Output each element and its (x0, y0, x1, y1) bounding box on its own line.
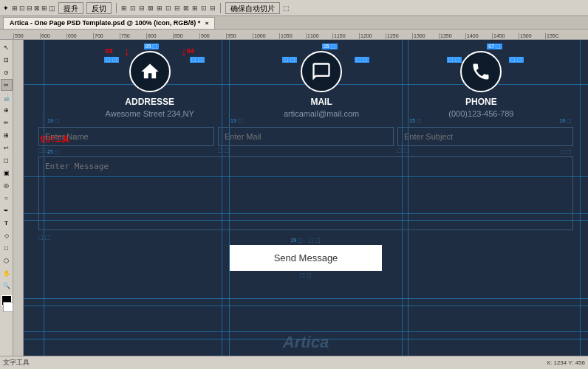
address-label: ADDRESSE (125, 97, 174, 107)
active-tab[interactable]: Artica - One Page PSD Template.psd @ 100… (3, 17, 215, 29)
bottom-tool-label: 文字工具 (3, 358, 30, 368)
main-layout: ↖ ⊡ ⊙ ✂ 🔬 ⊕ ✏ ⊞ ↩ ◻ ▣ ◎ ○ ✒ T ◇ □ ⬡ ✋ 🔍 … (0, 40, 588, 356)
badge-send-1: 29 ⬚ (290, 238, 305, 244)
ruler-mark: 550 (13, 33, 40, 39)
guide-num-16: 16 ⬚ (559, 118, 572, 124)
message-input[interactable] (38, 156, 573, 230)
send-message-btn[interactable]: Send Message (230, 245, 383, 271)
ruler-left (13, 40, 24, 356)
ruler-mark: 700 (93, 33, 120, 39)
ruler-mark: 800 (146, 33, 173, 39)
tool-select[interactable]: ⊡ (1, 54, 13, 66)
send-section: 29 ⬚ ⬚ ⬚ Send Message ⬚ ⬚ (38, 245, 573, 271)
tool-crop[interactable]: ✂ (1, 79, 13, 91)
tool-path[interactable]: ◇ (1, 230, 13, 241)
mail-card: 05 ⬚ ⬚ ⬚ ⬚ ⬚ MAIL articamail@mail.com (284, 51, 359, 118)
tool-3d[interactable]: ⬡ (1, 255, 13, 266)
form-row-inputs: ⬚ ⬚ ⬚ ⬚ ⬚ ⬚ (38, 127, 573, 146)
mail-icon-circle (301, 51, 342, 92)
tool-eraser[interactable]: ◻ (1, 154, 13, 166)
guide-num-13: 13 ⬚ (230, 118, 243, 124)
ruler-mark: 1150 (332, 33, 359, 39)
badge-mail-bottom: ⬚ ⬚ (218, 148, 230, 154)
badge-top-phone: 07 ⬚ (487, 44, 502, 49)
mail-input[interactable] (218, 127, 394, 146)
ruler-mark: 850 (173, 33, 199, 39)
phone-icon (471, 61, 491, 82)
subject-input[interactable] (397, 127, 573, 146)
address-value: Awesome Street 234,NY (106, 109, 194, 118)
mail-field: ⬚ ⬚ (218, 127, 394, 146)
ruler-mark: 1450 (492, 33, 519, 39)
tool-heal[interactable]: ⊕ (1, 104, 13, 116)
ruler-mark: 1350 (439, 33, 465, 39)
guide-h-7 (24, 331, 588, 332)
tool-text[interactable]: T (1, 217, 13, 229)
address-icon-circle (129, 51, 171, 92)
phone-label: PHONE (465, 97, 497, 107)
name-field: ⬚ ⬚ (38, 127, 214, 146)
toolbar-btn-1[interactable]: 提升 (58, 2, 83, 14)
tool-stamp[interactable]: ⊞ (1, 129, 13, 141)
tool-shape[interactable]: □ (1, 242, 13, 254)
ruler-mark: 1500 (519, 33, 545, 39)
ruler-mark: 1200 (359, 33, 386, 39)
badge-top-addr: 05 ⬚ (144, 44, 160, 49)
tool-pen[interactable]: ✒ (1, 204, 13, 216)
tool-hand[interactable]: ✋ (1, 267, 13, 279)
send-btn-wrapper: Send Message (230, 245, 383, 271)
ruler-mark: 1300 (412, 33, 439, 39)
tool-gradient[interactable]: ▣ (1, 167, 13, 179)
form-section: 19 ⬚ 13 ⬚ 15 ⬚ 16 ⬚ ⬚ ⬚ ⬚ ⬚ (38, 125, 573, 271)
badge-subject-bottom: ⬚ ⬚ (397, 148, 409, 154)
badge-right-addr: ⬚ ⬚ (190, 57, 205, 63)
tab-close-btn[interactable]: × (205, 20, 209, 27)
canvas-area: 切片工具 ↓ ↓ (13, 40, 588, 356)
ruler-top: 550 600 650 700 750 800 850 900 950 1000… (0, 30, 588, 40)
mail-label: MAIL (310, 97, 332, 107)
address-card: ↓ ↓ 03 04 05 ⬚ ⬚ ⬚ ⬚ ⬚ ADDRESSE (106, 51, 194, 118)
left-toolbar: ↖ ⊡ ⊙ ✂ 🔬 ⊕ ✏ ⊞ ↩ ◻ ▣ ◎ ○ ✒ T ◇ □ ⬡ ✋ 🔍 (0, 40, 13, 356)
guide-h-6 (24, 306, 588, 306)
tool-blur[interactable]: ◎ (1, 179, 13, 191)
chat-icon (311, 61, 332, 82)
color-bg[interactable] (3, 302, 13, 312)
tool-zoom[interactable]: 🔍 (1, 280, 13, 292)
phone-icon-circle (460, 51, 502, 92)
ruler-mark: 750 (120, 33, 146, 39)
phone-card: 07 ⬚ ⬚ ⬚ ⬚ ⬚ PHONE (000)123-456-789 (448, 51, 513, 118)
toolbar-sep (116, 3, 117, 13)
message-section: 25 ⬚ ⬚ ⬚ ⬚ ⬚ (38, 156, 573, 233)
layer-num-04: 04 (187, 47, 194, 55)
tool-eyedropper[interactable]: 🔬 (1, 92, 13, 103)
ruler-marks: 550 600 650 700 750 800 850 900 950 1000… (13, 33, 572, 39)
send-badges: 29 ⬚ ⬚ ⬚ (290, 238, 323, 244)
ruler-mark: 1100 (306, 33, 332, 39)
layer-num-03: 03 (106, 47, 113, 55)
confirm-slice-btn[interactable]: 确保自动切片 (225, 2, 280, 14)
tab-title: Artica - One Page PSD Template.psd @ 100… (10, 19, 200, 27)
tool-history[interactable]: ↩ (1, 142, 13, 154)
tool-arrow[interactable]: ↖ (1, 41, 13, 53)
tool-brush[interactable]: ✏ (1, 117, 13, 128)
red-arrow-right: ↓ (181, 45, 187, 58)
badge-right-mail: ⬚ ⬚ (355, 57, 369, 63)
subject-field: ⬚ ⬚ (397, 127, 573, 146)
phone-value: (000)123-456-789 (448, 109, 513, 118)
ruler-mark: 650 (66, 33, 93, 39)
bottom-coordinates: X: 1234 Y: 456 (547, 359, 585, 366)
info-cards: ↓ ↓ 03 04 05 ⬚ ⬚ ⬚ ⬚ ⬚ ADDRESSE (38, 47, 573, 118)
guide-num-right: ⬚ ⬚ (560, 149, 572, 155)
tool-lasso[interactable]: ⊙ (1, 66, 13, 78)
tool-dodge[interactable]: ○ (1, 192, 13, 204)
toolbar-btn-2[interactable]: 反切 (86, 2, 112, 14)
badge-send-bottom: ⬚ ⬚ (300, 272, 312, 278)
mail-value: articamail@mail.com (284, 109, 359, 118)
name-input[interactable] (38, 127, 214, 146)
red-arrow-left: ↓ (124, 45, 130, 58)
toolbar-sep2 (220, 3, 221, 13)
ruler-mark: 155C (545, 33, 572, 39)
badge-left-mail: ⬚ ⬚ (282, 57, 297, 63)
badge-top-mail: 05 ⬚ (322, 44, 338, 49)
guide-num-15: 15 ⬚ (409, 118, 422, 124)
